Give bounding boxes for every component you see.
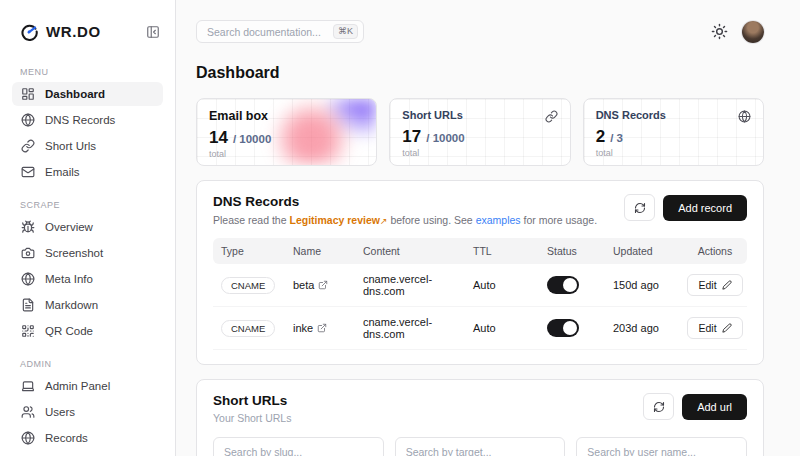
pencil-icon bbox=[722, 280, 732, 290]
nav-section-label: SCRAPE bbox=[12, 196, 163, 215]
pencil-icon bbox=[722, 323, 732, 333]
record-ttl: Auto bbox=[473, 322, 547, 334]
mail-icon bbox=[21, 165, 35, 179]
sidebar: WR.DO MENU Dashboard DNS Records Sho bbox=[0, 0, 176, 456]
status-toggle[interactable] bbox=[547, 276, 579, 294]
stat-title: Short URLs bbox=[402, 109, 463, 121]
desc-text: for more usage. bbox=[521, 214, 597, 226]
sidebar-item-dashboard[interactable]: Dashboard bbox=[12, 82, 163, 106]
stat-limit: / 3 bbox=[610, 132, 623, 144]
sidebar-item-admin-panel[interactable]: Admin Panel bbox=[12, 374, 163, 398]
gauge-logo-icon bbox=[20, 22, 39, 41]
col-content: Content bbox=[363, 245, 473, 257]
table-row: CNAME inke cname.vercel-dns.com Auto 203… bbox=[213, 307, 747, 350]
topbar: Search documentation... ⌘K bbox=[196, 0, 764, 43]
sidebar-item-emails[interactable]: Emails bbox=[12, 160, 163, 184]
globe-icon bbox=[21, 431, 35, 445]
desc-text: before using. See bbox=[387, 214, 475, 226]
refresh-button[interactable] bbox=[624, 194, 655, 221]
stat-value: 2 bbox=[596, 127, 605, 147]
globe-icon bbox=[21, 272, 35, 286]
app-logo[interactable]: WR.DO bbox=[20, 22, 101, 41]
sidebar-item-qr-code[interactable]: QR Code bbox=[12, 319, 163, 343]
sidebar-item-label: Dashboard bbox=[45, 88, 105, 100]
add-record-button[interactable]: Add record bbox=[663, 195, 747, 221]
col-updated: Updated bbox=[613, 245, 683, 257]
sidebar-item-label: Short Urls bbox=[45, 140, 96, 152]
topbar-actions bbox=[711, 21, 764, 43]
sidebar-collapse-button[interactable] bbox=[145, 24, 161, 40]
sidebar-item-short-urls[interactable]: Short Urls bbox=[12, 134, 163, 158]
sidebar-item-label: Admin Panel bbox=[45, 380, 110, 392]
laptop-icon bbox=[21, 379, 35, 393]
nav-section-scrape: SCRAPE Overview Screenshot Meta Info Mar… bbox=[0, 196, 175, 343]
stat-card-short-urls[interactable]: Short URLs 17 / 10000 total bbox=[389, 98, 570, 166]
search-by-target-input[interactable] bbox=[395, 437, 566, 456]
theme-toggle-button[interactable] bbox=[711, 23, 728, 40]
sidebar-item-urls[interactable]: URLs bbox=[12, 452, 163, 456]
col-name: Name bbox=[293, 245, 363, 257]
sidebar-item-screenshot[interactable]: Screenshot bbox=[12, 241, 163, 265]
sidebar-item-label: Screenshot bbox=[45, 247, 103, 259]
edit-button[interactable]: Edit bbox=[687, 274, 742, 296]
app-window: WR.DO MENU Dashboard DNS Records Sho bbox=[0, 0, 800, 456]
record-type-badge: CNAME bbox=[221, 277, 275, 294]
short-url-filters bbox=[213, 437, 747, 456]
sidebar-item-label: Emails bbox=[45, 166, 80, 178]
search-by-slug-input[interactable] bbox=[213, 437, 384, 456]
nav-section-label: MENU bbox=[12, 63, 163, 82]
stat-title: DNS Records bbox=[596, 109, 666, 121]
nav-section-admin: ADMIN Admin Panel Users Records URLs bbox=[0, 355, 175, 456]
nav-section-label: ADMIN bbox=[12, 355, 163, 374]
page-title: Dashboard bbox=[196, 64, 764, 82]
stat-limit: / 10000 bbox=[233, 133, 271, 145]
edit-label: Edit bbox=[698, 322, 716, 334]
record-name-link[interactable]: beta bbox=[293, 279, 328, 291]
sidebar-nav: MENU Dashboard DNS Records Short Urls Em… bbox=[0, 63, 175, 456]
search-input[interactable]: Search documentation... ⌘K bbox=[196, 20, 364, 43]
sidebar-header: WR.DO bbox=[0, 0, 175, 51]
record-content: cname.vercel-dns.com bbox=[363, 273, 473, 297]
stat-title: Email box bbox=[209, 109, 268, 123]
external-link-icon bbox=[317, 323, 327, 333]
desc-text: Please read the bbox=[213, 214, 289, 226]
users-icon bbox=[21, 405, 35, 419]
stat-caption: total bbox=[209, 149, 364, 159]
sidebar-item-overview[interactable]: Overview bbox=[12, 215, 163, 239]
search-shortcut-badge: ⌘K bbox=[333, 24, 358, 39]
stat-caption: total bbox=[596, 148, 751, 158]
stat-card-dns-records[interactable]: DNS Records 2 / 3 total bbox=[583, 98, 764, 166]
col-type: Type bbox=[213, 245, 293, 257]
sidebar-item-label: QR Code bbox=[45, 325, 93, 337]
external-link-icon bbox=[318, 280, 328, 290]
sidebar-item-users[interactable]: Users bbox=[12, 400, 163, 424]
sidebar-item-records[interactable]: Records bbox=[12, 426, 163, 450]
dns-panel-description: Please read the Legitimacy review↗ befor… bbox=[213, 214, 597, 226]
nav-section-menu: MENU Dashboard DNS Records Short Urls Em… bbox=[0, 63, 175, 184]
refresh-icon bbox=[653, 401, 665, 413]
col-ttl: TTL bbox=[473, 245, 547, 257]
sidebar-item-label: Overview bbox=[45, 221, 93, 233]
sidebar-item-label: Users bbox=[45, 406, 75, 418]
sidebar-item-label: Records bbox=[45, 432, 88, 444]
stat-caption: total bbox=[402, 148, 557, 158]
add-url-button[interactable]: Add url bbox=[682, 394, 747, 420]
bug-icon bbox=[21, 220, 35, 234]
edit-button[interactable]: Edit bbox=[687, 317, 742, 339]
record-content: cname.vercel-dns.com bbox=[363, 316, 473, 340]
examples-link[interactable]: examples bbox=[476, 214, 521, 226]
search-by-user-name-input[interactable] bbox=[576, 437, 747, 456]
sidebar-item-markdown[interactable]: Markdown bbox=[12, 293, 163, 317]
link-icon bbox=[21, 139, 35, 153]
refresh-button[interactable] bbox=[643, 393, 674, 420]
status-toggle[interactable] bbox=[547, 319, 579, 337]
col-actions: Actions bbox=[683, 245, 747, 257]
panel-left-close-icon bbox=[146, 25, 160, 39]
sidebar-item-meta-info[interactable]: Meta Info bbox=[12, 267, 163, 291]
record-name-link[interactable]: inke bbox=[293, 322, 327, 334]
user-avatar[interactable] bbox=[742, 21, 764, 43]
stat-card-email-box[interactable]: Email box 14 / 10000 total bbox=[196, 98, 377, 166]
legitimacy-review-link[interactable]: Legitimacy review bbox=[289, 214, 379, 226]
sidebar-item-dns-records[interactable]: DNS Records bbox=[12, 108, 163, 132]
sidebar-item-label: Meta Info bbox=[45, 273, 93, 285]
